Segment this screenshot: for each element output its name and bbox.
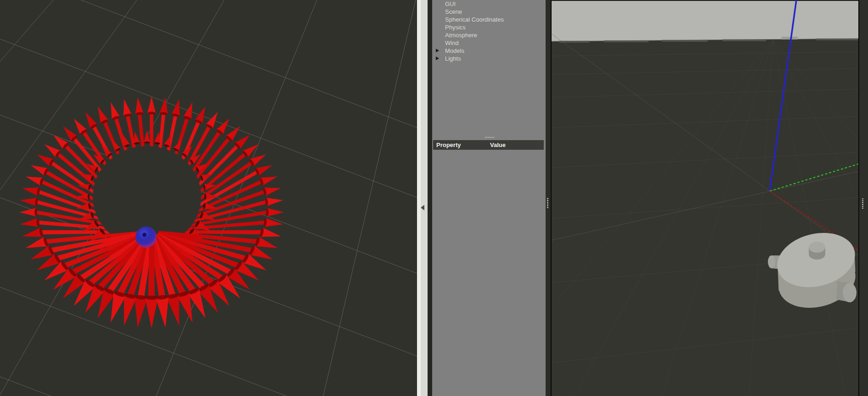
tree-item-gui[interactable]: GUI	[432, 0, 546, 8]
collapse-left-icon[interactable]	[421, 205, 424, 210]
tree-item-label: Atmosphere	[445, 32, 477, 39]
sphere-model[interactable]	[135, 226, 157, 248]
drag-handle-icon[interactable]	[862, 198, 863, 209]
world-panel: GUI Scene Spherical Coordinates Physics …	[432, 0, 546, 396]
expander-icon[interactable]	[436, 57, 439, 60]
tree-item-lights[interactable]: Lights	[432, 55, 546, 62]
tree-item-models[interactable]: Models	[432, 47, 546, 55]
sky	[552, 1, 858, 41]
right-viewport-splitter[interactable]	[546, 0, 552, 396]
value-column-header[interactable]: Value	[490, 140, 506, 150]
property-column-header[interactable]: Property	[433, 141, 461, 148]
drag-handle-icon[interactable]	[547, 198, 548, 208]
tree-item-wind[interactable]: Wind	[432, 39, 546, 47]
world-scene[interactable]	[552, 0, 858, 396]
world-tree: GUI Scene Spherical Coordinates Physics …	[432, 0, 546, 62]
expander-icon[interactable]	[436, 49, 439, 52]
property-table-header: Property Value	[433, 140, 544, 150]
wind-arrows-scene[interactable]	[0, 0, 417, 396]
tree-item-label: Models	[445, 47, 464, 54]
tree-item-physics[interactable]: Physics	[432, 23, 546, 31]
tree-item-spherical-coordinates[interactable]: Spherical Coordinates	[432, 16, 546, 23]
tree-item-scene[interactable]: Scene	[432, 8, 546, 16]
right-edge-splitter[interactable]	[858, 0, 868, 396]
gazebo-window: GUI Scene Spherical Coordinates Physics …	[0, 0, 868, 396]
panel-splitter[interactable]	[417, 0, 432, 396]
left-3d-viewport[interactable]	[0, 0, 417, 396]
y-axis-green	[770, 164, 858, 191]
viewport-top-border	[552, 0, 858, 1]
right-3d-viewport[interactable]	[552, 0, 858, 396]
property-splitter-handle-icon[interactable]	[485, 137, 494, 138]
ground-grid	[552, 34, 858, 396]
tree-item-label: Wind	[445, 40, 459, 46]
tree-item-label: Scene	[445, 8, 462, 15]
wind-arrow-ring	[19, 96, 284, 328]
tree-item-label: GUI	[445, 0, 456, 7]
tree-item-label: Physics	[445, 24, 466, 31]
tree-item-label: Lights	[445, 55, 461, 62]
tree-item-atmosphere[interactable]: Atmosphere	[432, 31, 546, 39]
cylinder-model[interactable]	[768, 225, 858, 316]
tree-item-label: Spherical Coordinates	[445, 16, 504, 23]
